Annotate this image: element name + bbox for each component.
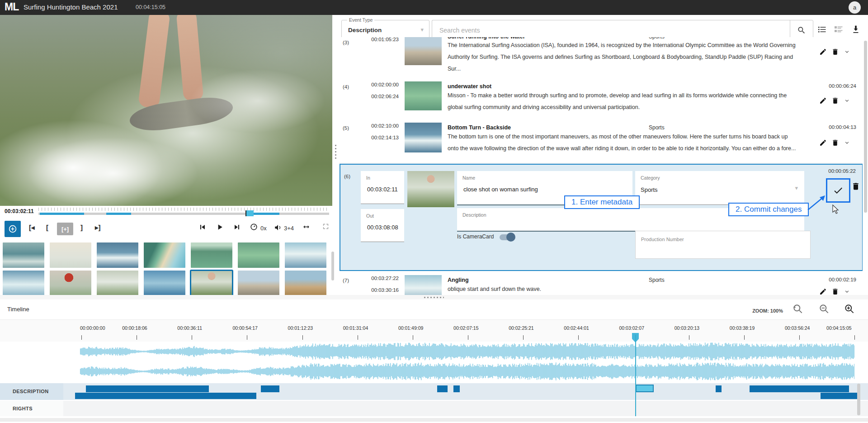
- production-number-field[interactable]: Production Number: [635, 231, 811, 259]
- mark-in-button[interactable]: [: [46, 223, 48, 231]
- detail-view-icon[interactable]: [833, 24, 844, 35]
- panel-splitter-vertical[interactable]: [335, 145, 336, 160]
- timecode-in: 00:03:27:22: [357, 272, 399, 284]
- fullscreen-icon[interactable]: [322, 223, 330, 230]
- event-thumbnail[interactable]: [405, 81, 442, 110]
- video-frame[interactable]: [0, 15, 332, 206]
- event-list-scrollbar[interactable]: [864, 41, 867, 213]
- chevron-down-icon[interactable]: ▾: [795, 185, 798, 191]
- event-actions: [819, 139, 850, 147]
- chevron-down-icon[interactable]: [844, 288, 850, 295]
- add-event-button[interactable]: [5, 221, 21, 237]
- in-timecode-field[interactable]: In: [361, 171, 404, 204]
- commit-button[interactable]: [826, 178, 850, 203]
- thumbnail-ocean-wave[interactable]: [97, 242, 138, 268]
- speaker-icon[interactable]: [274, 223, 282, 232]
- out-timecode-field[interactable]: Out: [361, 209, 404, 242]
- zoom-out-icon[interactable]: [818, 303, 830, 315]
- event-row-5[interactable]: (5) 00:02:10:00 00:02:14:13 Bottom Turn …: [339, 119, 863, 163]
- asset-duration: 00:04:15:05: [136, 4, 165, 10]
- thumbnail-surfer-on-wave[interactable]: [285, 242, 326, 268]
- ruler-tick: [799, 335, 800, 340]
- user-avatar[interactable]: a: [849, 1, 861, 14]
- timeline-bottom-strip: [0, 418, 868, 422]
- scrubber-segment: [252, 213, 279, 215]
- skip-end-button[interactable]: [232, 223, 241, 232]
- chevron-down-icon[interactable]: [844, 48, 850, 55]
- fit-width-icon[interactable]: [302, 223, 311, 231]
- event-actions: [819, 48, 850, 56]
- edit-pencil-icon[interactable]: [819, 288, 827, 295]
- ruler-tick-label: 00:03:56:24: [785, 325, 810, 331]
- edit-pencil-icon[interactable]: [819, 48, 827, 56]
- edit-pencil-icon[interactable]: [819, 139, 827, 147]
- thumbnail-surfer-legs-green[interactable]: [191, 271, 232, 296]
- thumbnail-surfer-legs-foam[interactable]: [97, 271, 138, 296]
- timeline-ruler[interactable]: 00:00:00:0000:00:18:0600:00:36:1100:00:5…: [0, 319, 868, 342]
- top-bar: ML Surfing Huntington Beach 2021 00:04:1…: [0, 0, 868, 15]
- event-row-6-editing[interactable]: (6) In Out Name Category Sports ▾ Descri…: [340, 164, 863, 271]
- in-input[interactable]: [366, 185, 407, 193]
- delete-trash-icon[interactable]: [831, 97, 839, 105]
- thumbnail-surfers-walking-boards[interactable]: [285, 271, 326, 296]
- search-input[interactable]: [439, 23, 775, 38]
- thumbnail-pale-breaking-wave[interactable]: [50, 242, 91, 268]
- event-thumbnail[interactable]: [405, 275, 442, 295]
- chevron-down-icon: ▾: [420, 26, 424, 33]
- splitter-grip[interactable]: [424, 297, 444, 298]
- thumbnail-underwater-surface[interactable]: [191, 242, 232, 268]
- ruler-tick: [523, 335, 524, 340]
- delete-trash-icon[interactable]: [831, 139, 839, 147]
- thumbnail-breaking-blue-wave[interactable]: [3, 271, 44, 296]
- scrubber-bar[interactable]: [38, 213, 329, 215]
- delete-trash-icon[interactable]: [851, 182, 860, 191]
- ruler-tick-label: 00:02:25:21: [509, 325, 533, 331]
- add-subclip-button[interactable]: [+]: [57, 223, 73, 235]
- event-row-4[interactable]: (4) 00:02:00:00 00:02:06:24 underwater s…: [339, 78, 863, 119]
- audio-waveform[interactable]: [80, 342, 854, 381]
- event-thumbnail[interactable]: [405, 37, 442, 65]
- timeline-playhead-line[interactable]: [635, 335, 636, 416]
- rights-track: RIGHTS: [0, 401, 868, 416]
- play-button[interactable]: [215, 223, 224, 232]
- thumbnail-scrollbar[interactable]: [331, 252, 334, 280]
- is-cameracard-toggle[interactable]: [500, 234, 514, 240]
- thumbnail-surfers-in-whitewater[interactable]: [3, 242, 44, 268]
- ruler-tick-label: 00:01:49:09: [398, 325, 423, 331]
- skip-start-button[interactable]: [198, 223, 207, 232]
- chevron-down-icon[interactable]: [844, 139, 850, 146]
- asset-title: Surfing Huntington Beach 2021: [24, 3, 118, 11]
- thumbnail-strip: [3, 242, 331, 296]
- in-label: In: [366, 175, 370, 181]
- speed-gauge-icon[interactable]: [250, 223, 258, 231]
- out-input[interactable]: [366, 223, 407, 231]
- scrubber-segment: [106, 213, 131, 215]
- delete-trash-icon[interactable]: [831, 48, 839, 56]
- event-thumbnail[interactable]: [405, 123, 442, 152]
- thumbnail-blue-wave-surfer[interactable]: [144, 271, 185, 296]
- thumbnail-underwater-swimmer[interactable]: [238, 242, 279, 268]
- goto-out-button[interactable]: ▸]: [95, 223, 101, 232]
- zoom-reset-icon[interactable]: [792, 303, 804, 315]
- thumbnail-surfer-closeup-red[interactable]: [50, 271, 91, 296]
- horizontal-splitter[interactable]: [0, 295, 868, 299]
- thumbnail-aerial-beach-palms[interactable]: [144, 242, 185, 268]
- audio-channels-value[interactable]: 3+4: [284, 225, 294, 232]
- zoom-in-icon[interactable]: [844, 303, 855, 315]
- category-field[interactable]: Category Sports ▾: [635, 171, 804, 205]
- chevron-down-icon[interactable]: [844, 97, 850, 104]
- download-icon[interactable]: [851, 24, 861, 35]
- thumbnail-beach-runners[interactable]: [238, 271, 279, 296]
- mark-out-button[interactable]: ]: [80, 223, 83, 231]
- event-thumbnail[interactable]: [407, 171, 454, 207]
- delete-trash-icon[interactable]: [831, 288, 839, 295]
- edit-pencil-icon[interactable]: [819, 97, 827, 105]
- goto-in-button[interactable]: [◂: [29, 223, 35, 232]
- event-row-7[interactable]: (7) 00:03:27:22 00:03:30:16 Angling Spor…: [339, 271, 863, 295]
- list-view-icon[interactable]: [816, 24, 827, 35]
- name-input[interactable]: [462, 185, 622, 193]
- scrubber-playhead[interactable]: [245, 210, 254, 216]
- speed-value[interactable]: 0x: [260, 225, 267, 232]
- timeline-scrollbar[interactable]: [857, 384, 860, 415]
- event-description: The International Surfing Association (I…: [448, 39, 798, 75]
